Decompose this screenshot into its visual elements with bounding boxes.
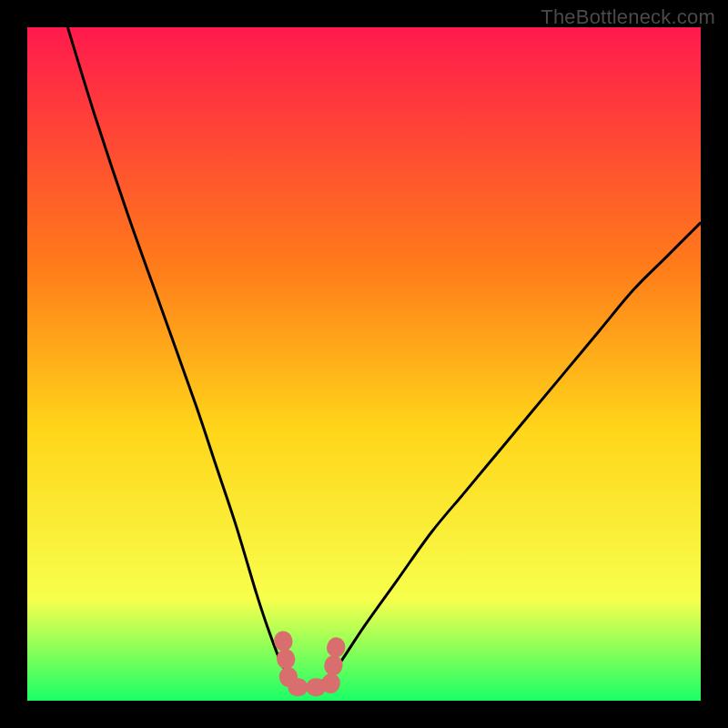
gradient-background — [27, 27, 701, 701]
plot-svg — [27, 27, 701, 701]
plot-area — [27, 27, 701, 701]
watermark-text: TheBottleneck.com — [541, 5, 715, 29]
chart-frame: TheBottleneck.com — [0, 0, 728, 728]
